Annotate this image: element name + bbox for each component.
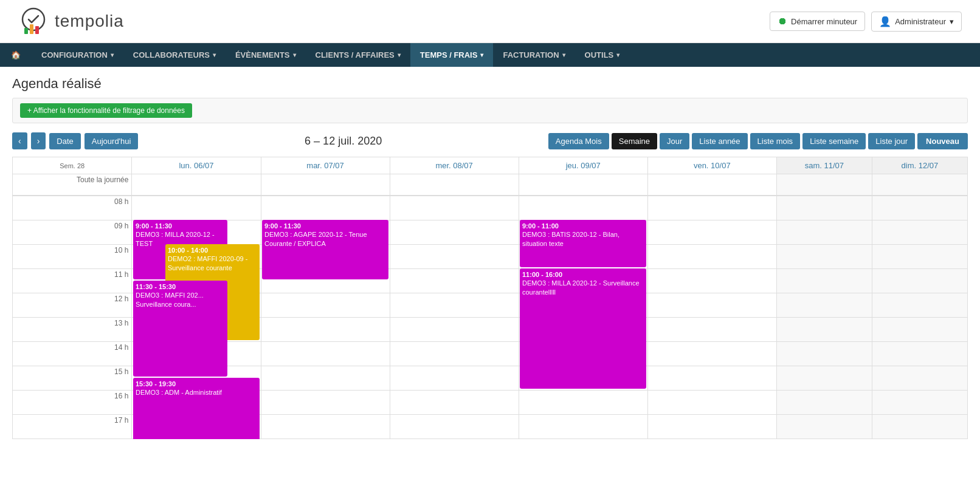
time-cell[interactable] [872,342,967,366]
hour-label: 13 h [13,318,132,342]
nouveau-button[interactable]: Nouveau [917,133,968,149]
allday-thu[interactable] [519,174,647,196]
time-cell[interactable] [872,220,967,245]
time-cell[interactable] [390,342,519,366]
week-header: Sem. 28 [13,157,132,174]
time-cell[interactable] [261,318,390,342]
time-cell[interactable] [776,293,872,318]
allday-wed[interactable] [390,174,519,196]
nav-facturation[interactable]: FACTURATION ▾ [493,43,575,67]
time-cell[interactable] [872,366,967,391]
today-button[interactable]: Aujourd'hui [85,133,139,149]
allday-sat[interactable] [776,174,872,196]
time-cell[interactable] [647,342,776,366]
time-cell[interactable] [261,366,390,391]
col-fri: ven. 10/07 [647,157,776,174]
time-cell[interactable] [519,196,647,220]
col-thu: jeu. 09/07 [519,157,647,174]
time-cell[interactable] [390,318,519,342]
hour-label: 09 h [13,220,132,245]
time-cell[interactable] [872,293,967,318]
time-cell[interactable] [776,415,872,439]
time-cell[interactable] [261,293,390,318]
time-cell[interactable] [261,342,390,366]
event-block[interactable]: 11:30 - 15:30DEMO3 : MAFFI 202...Surveil… [133,281,227,377]
time-cell[interactable] [390,220,519,245]
nav-collaborateurs[interactable]: COLLABORATEURS ▾ [123,43,226,67]
time-cell[interactable] [390,366,519,391]
prev-button[interactable]: ‹ [12,132,27,149]
col-wed: mer. 08/07 [390,157,519,174]
time-cell[interactable] [261,391,390,415]
time-cell[interactable] [390,196,519,220]
time-cell[interactable] [776,318,872,342]
allday-sun[interactable] [872,174,967,196]
liste-mois-button[interactable]: Liste mois [750,133,801,149]
time-cell[interactable] [776,366,872,391]
event-block[interactable]: 11:00 - 16:00DEMO3 : MILLA 2020-12 - Sur… [520,268,646,389]
time-cell[interactable] [647,293,776,318]
time-cell[interactable] [872,196,967,220]
time-cell[interactable] [872,391,967,415]
time-cell[interactable] [872,245,967,269]
allday-tue[interactable] [261,174,390,196]
time-cell[interactable] [390,415,519,439]
semaine-button[interactable]: Semaine [612,133,657,149]
toolbar-right: Agenda Mois Semaine Jour Liste année Lis… [548,133,968,149]
time-cell[interactable] [776,196,872,220]
nav-home[interactable]: 🏠 [0,43,32,67]
nav-facturation-arrow: ▾ [562,52,565,58]
time-cell[interactable] [872,269,967,293]
event-block[interactable]: 15:30 - 19:30DEMO3 : ADM - Administratif [133,378,260,439]
time-cell[interactable] [647,269,776,293]
date-button[interactable]: Date [49,133,80,149]
header-right: ⏺ Démarrer minuteur 👤 Administrateur ▾ [770,12,962,32]
time-cell[interactable] [390,293,519,318]
user-dropdown-arrow: ▾ [950,17,954,26]
time-cell[interactable] [261,196,390,220]
time-cell[interactable] [519,391,647,415]
nav-evenements[interactable]: ÉVÈNEMENTS ▾ [226,43,306,67]
user-button[interactable]: 👤 Administrateur ▾ [871,12,962,32]
allday-mon[interactable] [132,174,261,196]
nav-clients-affaires[interactable]: CLIENTS / AFFAIRES ▾ [306,43,410,67]
time-cell[interactable] [776,391,872,415]
time-cell[interactable] [647,415,776,439]
time-cell[interactable] [261,415,390,439]
time-cell[interactable] [647,196,776,220]
time-cell[interactable] [390,269,519,293]
time-cell[interactable] [647,318,776,342]
time-cell[interactable] [519,415,647,439]
time-cell[interactable] [390,245,519,269]
event-block[interactable]: 9:00 - 11:30DEMO3 : AGAPE 2020-12 - Tenu… [262,220,388,279]
time-cell[interactable] [776,342,872,366]
time-cell[interactable] [776,269,872,293]
liste-jour-button[interactable]: Liste jour [868,133,915,149]
nav-configuration[interactable]: CONFIGURATION ▾ [32,43,123,67]
time-cell[interactable] [776,220,872,245]
allday-fri[interactable] [647,174,776,196]
filter-bar: + Afficher la fonctionnalité de filtrage… [12,98,968,123]
time-cell[interactable] [647,220,776,245]
next-button[interactable]: › [31,132,46,149]
timer-button[interactable]: ⏺ Démarrer minuteur [770,12,865,31]
agenda-mois-button[interactable]: Agenda Mois [548,133,609,149]
time-cell[interactable] [872,415,967,439]
svg-rect-1 [24,28,28,34]
time-cell[interactable] [647,391,776,415]
timer-icon: ⏺ [778,16,787,27]
time-cell[interactable] [132,196,261,220]
filter-toggle-button[interactable]: + Afficher la fonctionnalité de filtrage… [20,103,192,118]
time-cell[interactable] [776,245,872,269]
nav-temps-frais[interactable]: TEMPS / FRAIS ▾ [410,43,494,67]
event-block[interactable]: 9:00 - 11:00DEMO3 : BATIS 2020-12 - Bila… [520,220,646,267]
allday-row: Toute la journée [13,174,968,196]
time-cell[interactable] [872,318,967,342]
liste-semaine-button[interactable]: Liste semaine [802,133,866,149]
time-cell[interactable] [647,245,776,269]
liste-annee-button[interactable]: Liste année [692,133,747,149]
time-cell[interactable] [390,391,519,415]
nav-outils[interactable]: OUTILS ▾ [575,43,630,67]
time-cell[interactable] [647,366,776,391]
jour-button[interactable]: Jour [660,133,689,149]
